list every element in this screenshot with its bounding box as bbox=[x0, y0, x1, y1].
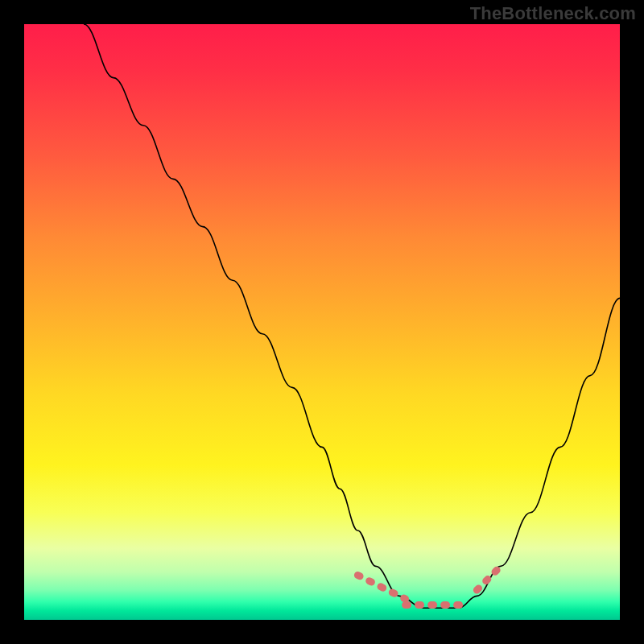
watermark-text: TheBottleneck.com bbox=[470, 3, 636, 24]
bottleneck-curve-path bbox=[84, 24, 620, 608]
highlight-left-dash bbox=[357, 576, 405, 600]
chart-svg bbox=[24, 24, 620, 620]
chart-plot-area bbox=[24, 24, 620, 620]
chart-frame: TheBottleneck.com bbox=[0, 0, 644, 644]
highlight-right-dash bbox=[477, 566, 501, 590]
